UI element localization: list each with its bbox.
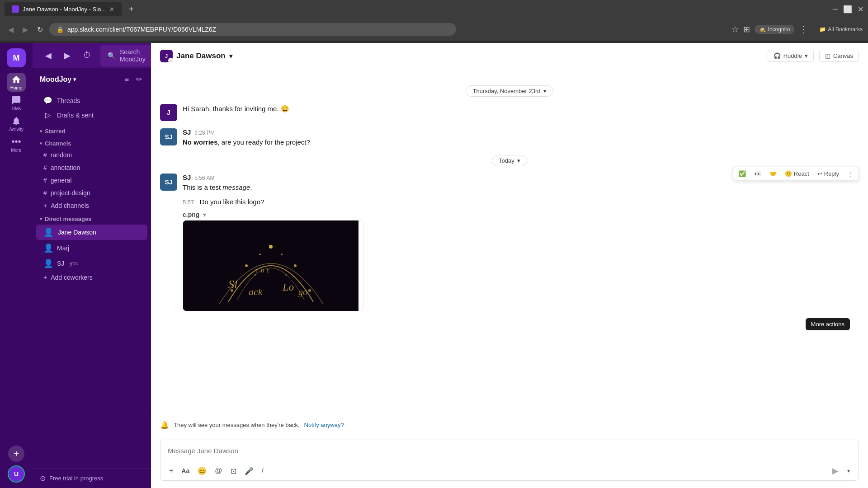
maximize-button[interactable]: ⬜ — [843, 5, 852, 14]
slash-command-button[interactable]: / — [259, 465, 267, 477]
input-toolbar: + Aa 😊 @ ⊡ 🎤 / ▶ ▾ — [160, 461, 859, 480]
add-button[interactable]: + — [166, 465, 176, 477]
sj-msg-line2: 5:57 Do you like this logo? — [183, 197, 859, 207]
dm-item-jane[interactable]: 👤 Jane Dawson — [36, 225, 147, 240]
microphone-button[interactable]: 🎤 — [241, 465, 257, 478]
canvas-button[interactable]: ◫ Canvas — [819, 50, 859, 62]
format-button[interactable]: Aa — [178, 465, 193, 477]
address-bar[interactable]: 🔒 app.slack.com/client/T067MEBPPUY/D066V… — [49, 23, 456, 36]
add-workspace-button[interactable]: + — [8, 446, 24, 462]
checkmark-icon: ✅ — [739, 170, 746, 177]
add-channels-item[interactable]: + Add channels — [36, 200, 147, 211]
user-status-dot — [168, 58, 174, 63]
channel-item-general[interactable]: # general — [36, 174, 147, 186]
sidebar-item-dms[interactable]: DMs — [7, 94, 26, 113]
message-group-sj-today: SJ SJ 5:56 AM This is a test message. 5:… — [160, 174, 859, 311]
handshake-reaction-button[interactable]: 🤝 — [766, 168, 780, 179]
svg-text:Lo: Lo — [282, 281, 294, 293]
thursday-date-text: Thursday, November 23rd — [472, 88, 540, 94]
svg-point-5 — [281, 253, 283, 255]
workspace-name[interactable]: MoodJoy ▾ — [40, 75, 76, 84]
marj-avatar-icon: 👤 — [43, 243, 53, 253]
trial-label: Free trial in progress — [49, 475, 103, 482]
logo-image: THE Sl ack Lo go — [183, 221, 359, 311]
new-tab-button[interactable]: + — [125, 3, 137, 16]
starred-section-header[interactable]: ▾ Starred — [33, 124, 151, 136]
app-back-button[interactable]: ◀ — [42, 49, 55, 62]
bookmarks-icon: 📁 — [819, 26, 826, 33]
sj-avatar-icon: 👤 — [43, 258, 53, 268]
star-icon[interactable]: ☆ — [731, 24, 739, 34]
send-button[interactable]: ▶ — [829, 464, 842, 478]
compose-button[interactable]: ✏ — [134, 73, 144, 85]
app-forward-button[interactable]: ▶ — [61, 49, 74, 62]
message-group-sj-1: SJ SJ 9:28 PM No worries, are you ready … — [160, 128, 859, 148]
sidebar-item-home[interactable]: Home — [7, 73, 26, 92]
filter-button[interactable]: ≡ — [123, 73, 131, 85]
canvas-label: Canvas — [833, 52, 853, 59]
jane-avatar-icon: 👤 — [43, 227, 53, 237]
svg-point-3 — [294, 264, 297, 267]
workspace-name-text: MoodJoy — [40, 75, 71, 84]
add-channels-icon: + — [43, 202, 47, 209]
add-coworkers-item[interactable]: + Add coworkers — [36, 272, 147, 283]
sidebar-item-threads[interactable]: 💬 Threads — [36, 94, 147, 108]
extension-icon[interactable]: ⊞ — [743, 24, 750, 34]
browser-tab[interactable]: Jane Dawson - MoodJoy - Sla... ✕ — [5, 2, 122, 16]
channel-item-annotation[interactable]: # annotation — [36, 162, 147, 174]
menu-icon[interactable]: ⋮ — [799, 24, 808, 35]
more-icon: ⋮ — [847, 170, 853, 177]
user-avatar-rail[interactable]: U — [8, 465, 25, 483]
sidebar-header: MoodJoy ▾ ≡ ✏ — [33, 68, 151, 91]
huddle-button[interactable]: 🎧 Huddle ▾ — [768, 50, 814, 62]
dm-section-header[interactable]: ▾ Direct messages — [33, 212, 151, 224]
reply-label: Reply — [824, 170, 839, 177]
search-placeholder: Search MoodJoy — [120, 48, 146, 63]
close-button[interactable]: ✕ — [858, 5, 863, 14]
workspace-avatar[interactable]: M — [7, 48, 26, 67]
channels-toggle-icon: ▾ — [40, 141, 42, 146]
tab-close-button[interactable]: ✕ — [109, 6, 114, 13]
more-message-actions-button[interactable]: ⋮ — [844, 168, 857, 179]
reload-button[interactable]: ↻ — [34, 23, 46, 36]
message-input[interactable] — [160, 440, 859, 461]
trial-notice[interactable]: ⊙ Free trial in progress — [40, 474, 144, 483]
sidebar-item-drafts[interactable]: ▷ Drafts & sent — [36, 108, 147, 122]
dm-user-info[interactable]: Jane Dawson ▾ — [176, 52, 232, 61]
emoji-button[interactable]: 😊 — [194, 465, 210, 478]
channel-item-project-design[interactable]: # project-design — [36, 187, 147, 199]
bookmarks-button[interactable]: 📁 All Bookmarks — [819, 26, 863, 33]
svg-point-7 — [285, 274, 287, 276]
svg-point-9 — [308, 289, 311, 292]
dm-item-marj[interactable]: 👤 Marj — [36, 241, 147, 255]
sidebar-item-more[interactable]: ••• More — [7, 135, 26, 154]
send-options-button[interactable]: ▾ — [844, 465, 853, 476]
mention-button[interactable]: @ — [212, 465, 225, 477]
today-date-badge[interactable]: Today ▾ — [492, 155, 527, 166]
emoji-icon: 🙂 — [785, 170, 792, 177]
back-button[interactable]: ◀ — [5, 23, 16, 36]
attachment-dropdown-button[interactable]: ▾ — [203, 211, 206, 218]
channel-item-random[interactable]: # random — [36, 149, 147, 161]
forward-button[interactable]: ▶ — [20, 23, 31, 36]
sidebar-item-activity[interactable]: Activity — [7, 114, 26, 133]
react-button[interactable]: 🙂 React — [781, 168, 813, 179]
thursday-date-badge[interactable]: Thursday, November 23rd ▾ — [466, 85, 553, 97]
notify-anyway-link[interactable]: Notify anyway? — [304, 422, 344, 428]
dm-marj-name: Marj — [57, 244, 69, 252]
app-history-button[interactable]: ⏱ — [80, 49, 95, 62]
dm-sj-name: SJ — [57, 260, 64, 267]
minimize-button[interactable]: ─ — [833, 5, 838, 14]
channels-section-header[interactable]: ▾ Channels — [33, 136, 151, 149]
checkmark-reaction-button[interactable]: ✅ — [735, 168, 750, 179]
dm-section-label: Direct messages — [45, 216, 91, 222]
jane-msg-text: Hi Sarah, thanks for inviting me. 😀 — [183, 104, 859, 114]
sidebar-footer: ⊙ Free trial in progress — [33, 468, 151, 488]
reply-button[interactable]: ↩ Reply — [814, 168, 843, 179]
slack-favicon — [12, 5, 19, 13]
video-button[interactable]: ⊡ — [227, 465, 240, 478]
starred-label: Starred — [45, 128, 66, 135]
dm-item-sj[interactable]: 👤 SJ you — [36, 256, 147, 271]
global-search[interactable]: 🔍 Search MoodJoy — [100, 45, 151, 66]
eyes-reaction-button[interactable]: 👀 — [750, 168, 765, 179]
